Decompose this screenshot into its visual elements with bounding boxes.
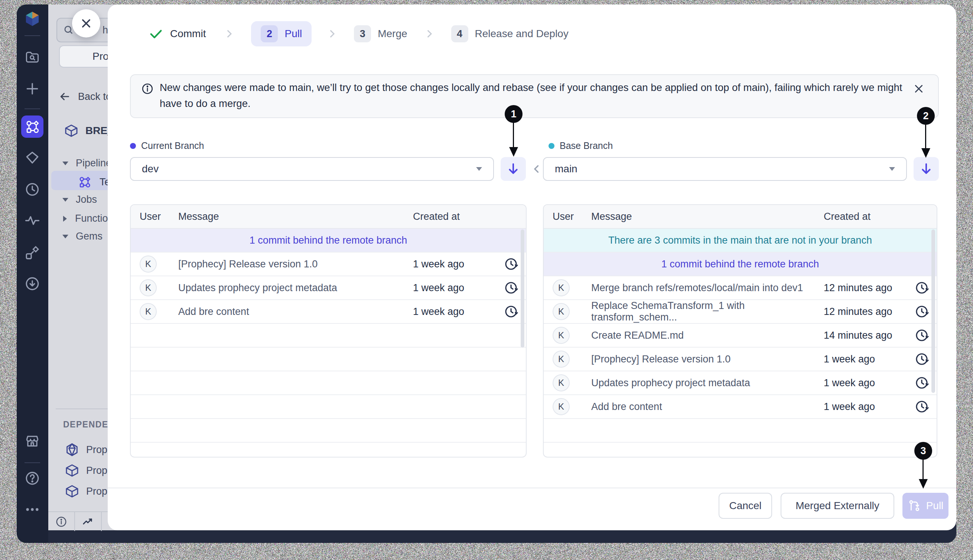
close-icon[interactable] [913,83,925,95]
sidebar [17,5,48,543]
chevron-down-icon [62,235,68,238]
annotation-arrow-1 [513,122,514,147]
activity-icon[interactable] [24,212,40,228]
pull-button[interactable]: Pull [903,493,948,519]
commit-row[interactable]: K[Prophecy] Release version 1.01 week ag… [131,253,526,276]
user-cell: K [131,279,178,296]
back-link[interactable]: Back to [58,90,112,103]
commit-row[interactable]: KAdd bre content1 week ago [544,395,936,419]
info-icon [141,82,154,95]
history-icon[interactable] [503,257,518,272]
download-icon[interactable] [24,275,40,292]
step-pull-active[interactable]: 2 Pull [251,21,312,47]
dialog-close-button[interactable] [72,9,100,38]
history-icon[interactable] [914,352,929,367]
history-icon[interactable] [914,399,929,414]
commit-created-at: 1 week ago [824,401,907,413]
merged-externally-button[interactable]: Merged Externally [781,493,894,519]
add-icon[interactable] [24,81,40,97]
hexagon-package-icon [65,442,80,457]
commit-message: [Prophecy] Release version 1.0 [178,258,413,270]
commit-row[interactable]: KUpdates prophecy project metadata1 week… [131,276,526,300]
history-icon[interactable] [503,304,518,319]
info-banner: New changes were made to main, we’ll try… [130,74,939,118]
sidebar-divider [25,35,40,36]
tree-jobs[interactable]: Jobs [62,194,97,205]
commit-row[interactable]: KAdd bre content1 week ago [131,300,526,324]
tree-gems[interactable]: Gems [62,231,103,242]
search-value: h [103,25,108,36]
table-banner-row: 1 commit behind the remote branch [544,253,936,276]
marketplace-icon[interactable] [24,433,40,449]
history-icon[interactable] [914,304,929,319]
annotation-arrow-3 [923,459,924,480]
project-search-icon[interactable] [24,49,40,65]
current-branch-label: Current Branch [130,140,204,151]
pipelines-icon-active[interactable] [21,115,43,138]
scrollbar-thumb[interactable] [931,230,935,393]
user-avatar: K [140,255,157,273]
user-avatar: K [140,303,157,320]
history-icon[interactable] [914,375,929,390]
commit-created-at: 1 week ago [413,258,496,270]
commit-created-at: 14 minutes ago [824,330,907,341]
table-header: User Message Created at [131,205,526,229]
empty-row [131,419,526,443]
fetch-base-button[interactable] [913,157,939,181]
scrollbar-thumb[interactable] [521,230,524,348]
col-created-at: Created at [824,211,907,222]
commit-created-at: 1 week ago [413,306,496,318]
col-user: User [131,211,178,222]
step-release-deploy[interactable]: Release and Deploy [475,28,568,40]
annotation-badge-3: 3 [914,442,932,460]
commit-created-at: 12 minutes ago [824,306,907,318]
more-icon[interactable] [24,501,40,518]
step-merge[interactable]: Merge [378,28,407,40]
tree-functions[interactable]: Functio [63,213,108,224]
step-commit[interactable]: Commit [170,28,206,40]
commit-row[interactable]: KMerge branch refs/remotes/local/main in… [544,276,936,300]
current-branch-commits-table: User Message Created at 1 commit behind … [130,204,526,458]
graph-icon[interactable] [24,244,40,261]
close-icon [80,17,92,30]
git-stepper: Commit 2 Pull 3 Merge 4 Release and Depl… [148,21,568,47]
commit-created-at: 1 week ago [824,377,907,389]
user-cell: K [131,255,178,273]
commit-row[interactable]: K[Prophecy] Release version 1.01 week ag… [544,348,936,372]
app-window: h Proje Back to BRE_Ru Pipeline Tes Jobs [17,5,956,543]
info-icon[interactable] [48,512,75,531]
prophecy-logo[interactable] [22,9,43,28]
history-icon[interactable] [914,280,929,295]
fetch-current-button[interactable] [501,157,526,181]
commit-message: Add bre content [591,401,824,413]
help-icon[interactable] [24,470,40,487]
history-icon[interactable] [503,280,518,295]
annotation-badge-1: 1 [505,105,523,123]
footer-divider [108,488,956,488]
cancel-button[interactable]: Cancel [719,493,772,519]
arrow-down-icon [918,161,934,177]
tree-pipelines[interactable]: Pipeline [62,157,112,169]
trend-icon[interactable] [75,512,102,531]
commit-row[interactable]: KUpdates prophecy project metadata1 week… [544,372,936,395]
arrow-left-icon [58,90,71,103]
gem-icon[interactable] [24,149,40,166]
pipeline-icon [78,175,92,188]
annotation-arrow-2 [925,124,926,148]
user-cell: K [544,374,591,392]
col-user: User [544,211,591,222]
pull-dialog: Commit 2 Pull 3 Merge 4 Release and Depl… [108,5,956,530]
step-number: 4 [451,25,468,42]
base-branch-select[interactable]: main [543,157,907,181]
current-branch-select[interactable]: dev [130,157,494,181]
commit-message: Merge branch refs/remotes/local/main int… [591,282,824,294]
commit-row[interactable]: KCreate README.md14 minutes ago [544,324,936,348]
history-icon[interactable] [914,328,929,343]
chevron-right-icon [223,27,235,40]
commit-row[interactable]: KReplace SchemaTransform_1 with transfor… [544,300,936,324]
sidebar-divider [25,462,40,463]
user-cell: K [131,303,178,320]
empty-row [544,419,936,443]
clock-icon[interactable] [24,181,40,198]
commit-message: Updates prophecy project metadata [178,282,413,294]
